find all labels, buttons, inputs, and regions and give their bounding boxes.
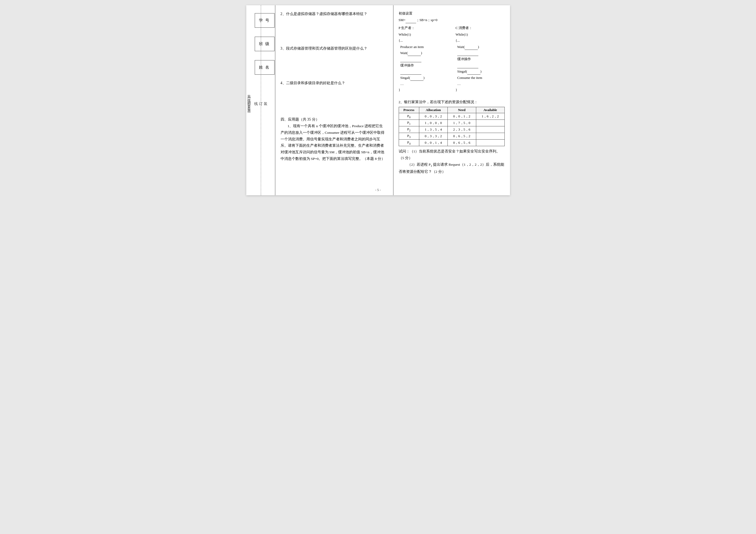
class-box: 班 级 bbox=[255, 37, 275, 51]
producer-line-6: 缓冲操作 bbox=[399, 62, 448, 68]
banker-q2: （2）若进程 P1 提出请求 Request（1，2，2，2）后，系统能否将资源… bbox=[399, 161, 505, 175]
producer-line-9: … bbox=[399, 81, 448, 87]
cell-process: P3 bbox=[399, 133, 419, 140]
consumer-line-10: } bbox=[456, 87, 505, 93]
cell-process: P2 bbox=[399, 126, 419, 133]
cell-available bbox=[476, 133, 504, 140]
app-q1-text: 1、现有一个具有 n 个缓冲区的缓冲池，Produce 进程把它生产的消息放入一… bbox=[281, 123, 387, 162]
consumer-col: C 消费者： While(1) {... Wait() 缓冲操作 Singal(… bbox=[456, 25, 505, 93]
table-row: P4 0，0，1，4 0，6，5，6 bbox=[399, 140, 504, 146]
banker-title: 2、银行家算法中，若出现下述的资源分配情况： bbox=[399, 99, 505, 105]
cell-allocation: 0，0，3，2 bbox=[419, 113, 447, 120]
cell-process: P1 bbox=[399, 120, 419, 126]
consumer-line-3: Wait() bbox=[456, 44, 505, 50]
cell-process: P0 bbox=[399, 113, 419, 120]
binding-label: 装订线内不要答题 bbox=[246, 92, 252, 109]
q2-title: 2、什么是虚拟存储器？虚拟存储器有哪些基本特征？ bbox=[281, 11, 387, 17]
q3-title: 3、段式存储器管理和页式存储器管理的区别是什么？ bbox=[281, 45, 387, 52]
col-allocation: Allocation bbox=[419, 107, 447, 113]
code-columns: P 生产者： While(1) {... Producer an item Wa… bbox=[399, 25, 505, 93]
consumer-line-1: While(1) bbox=[456, 31, 505, 38]
page-number: - 5 - bbox=[375, 188, 381, 192]
consumer-line-7: Singal() bbox=[456, 68, 505, 74]
table-row: P1 1，0，0，0 1，7，5，0 bbox=[399, 120, 504, 126]
init-line: SM=；SB=n；sp=0 bbox=[399, 17, 505, 23]
consumer-label: C 消费者： bbox=[456, 25, 505, 31]
binding-line-vertical: 装订线 bbox=[254, 99, 268, 101]
consumer-line-2: {... bbox=[456, 38, 505, 43]
cell-need: 0，6，5，6 bbox=[447, 140, 476, 146]
producer-line-7 bbox=[399, 68, 448, 74]
table-row: P3 0，3，3，2 0，6，5，2 bbox=[399, 133, 504, 140]
producer-label: P 生产者： bbox=[399, 25, 448, 31]
cell-allocation: 1，3，5，4 bbox=[419, 126, 447, 133]
q2-answer bbox=[281, 18, 387, 39]
exam-page: 装订线内不要答题 学 号 班 级 姓 名 装订线 2、什么是虚拟存储器？虚拟存储… bbox=[246, 5, 510, 195]
cell-need: 0，0，1，2 bbox=[447, 113, 476, 120]
q3-answer bbox=[281, 53, 387, 74]
banker-q1: 试问：（1）当前系统状态是否安全？如果安全写出安全序列。（5 分） bbox=[399, 148, 505, 161]
col-available: Available bbox=[476, 107, 504, 113]
producer-line-3: Producer an item bbox=[399, 44, 448, 50]
producer-line-5 bbox=[399, 56, 448, 62]
cell-available bbox=[476, 140, 504, 146]
cell-allocation: 0，0，1，4 bbox=[419, 140, 447, 146]
code-section: 初值设置 SM=；SB=n；sp=0 P 生产者： While(1) {... … bbox=[399, 11, 505, 93]
cell-available: 1，6，2，2 bbox=[476, 113, 504, 120]
sidebar: 装订线内不要答题 学 号 班 级 姓 名 装订线 bbox=[246, 5, 275, 195]
cell-process: P4 bbox=[399, 140, 419, 146]
cell-allocation: 1，0，0，0 bbox=[419, 120, 447, 126]
producer-col: P 生产者： While(1) {... Producer an item Wa… bbox=[399, 25, 448, 93]
question-3: 3、段式存储器管理和页式存储器管理的区别是什么？ bbox=[281, 45, 387, 74]
cell-need: 0，6，5，2 bbox=[447, 133, 476, 140]
cell-available bbox=[476, 126, 504, 133]
init-label: 初值设置 bbox=[399, 11, 505, 16]
cell-need: 1，7，5，0 bbox=[447, 120, 476, 126]
producer-line-1: While(1) bbox=[399, 31, 448, 38]
application-section: 四、应用题（共 35 分） 1、现有一个具有 n 个缓冲区的缓冲池，Produc… bbox=[281, 117, 387, 162]
consumer-line-4 bbox=[456, 50, 505, 56]
content-left: 2、什么是虚拟存储器？虚拟存储器有哪些基本特征？ 3、段式存储器管理和页式存储器… bbox=[275, 5, 393, 195]
cell-available bbox=[476, 120, 504, 126]
table-row: P2 1，3，5，4 2，3，5，6 bbox=[399, 126, 504, 133]
table-row: P0 0，0，3，2 0，0，1，2 1，6，2，2 bbox=[399, 113, 504, 120]
question-2: 2、什么是虚拟存储器？虚拟存储器有哪些基本特征？ bbox=[281, 11, 387, 39]
banker-table: Process Allocation Need Available P0 0，0… bbox=[399, 107, 505, 146]
app-section-title: 四、应用题（共 35 分） bbox=[281, 117, 387, 122]
content-right: 初值设置 SM=；SB=n；sp=0 P 生产者： While(1) {... … bbox=[393, 5, 510, 195]
name-box: 姓 名 bbox=[255, 60, 275, 75]
q4-answer bbox=[281, 88, 387, 109]
producer-line-10: } bbox=[399, 87, 448, 93]
q4-title: 4、二级目录和多级目录的好处是什么？ bbox=[281, 80, 387, 86]
consumer-line-5: 缓冲操作 bbox=[456, 56, 505, 62]
producer-line-8: Singal() bbox=[399, 75, 448, 81]
banker-section: 2、银行家算法中，若出现下述的资源分配情况： Process Allocatio… bbox=[399, 99, 505, 175]
question-4: 4、二级目录和多级目录的好处是什么？ bbox=[281, 80, 387, 108]
producer-line-4: Wait() bbox=[399, 50, 448, 56]
col-need: Need bbox=[447, 107, 476, 113]
consumer-line-9: … bbox=[456, 81, 505, 87]
col-process: Process bbox=[399, 107, 419, 113]
banker-questions: 试问：（1）当前系统状态是否安全？如果安全写出安全序列。（5 分） （2）若进程… bbox=[399, 148, 505, 175]
consumer-line-6 bbox=[456, 62, 505, 68]
producer-line-2: {... bbox=[399, 38, 448, 43]
cell-allocation: 0，3，3，2 bbox=[419, 133, 447, 140]
student-id-box: 学 号 bbox=[255, 13, 275, 28]
consumer-line-8: Consume the item bbox=[456, 75, 505, 81]
cell-need: 2，3，5，6 bbox=[447, 126, 476, 133]
